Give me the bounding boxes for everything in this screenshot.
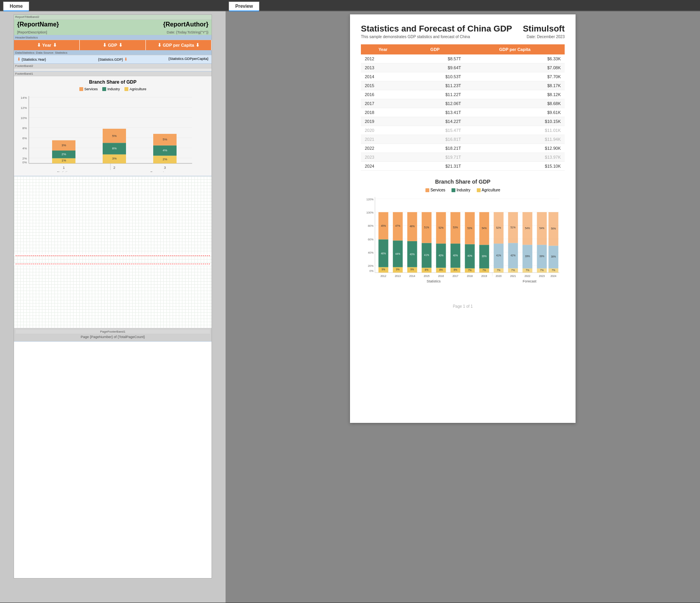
cell-gdp: $18.21T [405, 144, 465, 153]
svg-text:60%: 60% [368, 238, 374, 241]
page-number: Page 1 of 1 [361, 304, 565, 309]
svg-text:3: 3 [164, 166, 166, 170]
preview-page-header: Statistics and Forecast of China GDP Sti… [361, 24, 565, 34]
between-dashes [14, 256, 212, 264]
svg-text:1: 1 [63, 166, 65, 170]
svg-text:56%: 56% [551, 227, 556, 230]
svg-text:2020: 2020 [496, 275, 502, 277]
cell-gdp: $13.41T [405, 108, 465, 117]
cell-year: 2024 [361, 162, 405, 171]
preview-brand: Stimulsoft [523, 24, 565, 34]
svg-text:39%: 39% [525, 255, 530, 258]
svg-text:7%: 7% [511, 269, 515, 272]
svg-text:2016: 2016 [438, 275, 444, 277]
svg-text:5%: 5% [112, 134, 117, 138]
cell-year: 2014 [361, 72, 405, 81]
svg-text:39%: 39% [482, 255, 487, 258]
right-panel: Preview Statistics and Forecast of China… [226, 0, 700, 603]
small-chart-svg: 14% 12% 10% 8% 6% 4% 2% 0% [17, 94, 196, 172]
svg-text:2018: 2018 [467, 275, 473, 277]
svg-text:42%: 42% [511, 254, 516, 257]
cell-year: 2020 [361, 126, 405, 135]
svg-text:2024: 2024 [551, 275, 556, 277]
svg-text:53%: 53% [453, 226, 458, 229]
cell-gpc: $10.15K [465, 117, 565, 126]
svg-text:9%: 9% [410, 268, 414, 271]
empty-grid-area [14, 176, 212, 254]
svg-text:40%: 40% [467, 254, 472, 257]
small-chart-title: Branch Share of GDP [17, 79, 208, 85]
table-row: 2019 $14.22T $10.15K [361, 117, 565, 126]
svg-text:Statistics: Statistics [427, 279, 441, 283]
svg-text:7%: 7% [540, 269, 544, 272]
data-year-field: {Statistics.Year} [22, 58, 46, 61]
industry-label: Industry [107, 87, 120, 91]
svg-text:38%: 38% [551, 255, 556, 258]
date-placeholder: Date: {Today.ToString("Y")} [167, 30, 208, 34]
preview-area: Statistics and Forecast of China GDP Sti… [226, 11, 700, 603]
large-legend-services: Services [425, 188, 445, 192]
cell-year: 2021 [361, 135, 405, 144]
data-gdp-cell: {Statistics.GDP} ⬇ [81, 57, 145, 62]
agriculture-label: Agriculture [130, 87, 146, 91]
svg-text:2022: 2022 [525, 275, 530, 277]
data-band: DataStatistics: Data Source: Statistics … [14, 51, 212, 64]
report-title-band: ReportTitleBand2 {ReportName} {ReportAut… [14, 15, 212, 35]
cell-gdp: $12.06T [405, 99, 465, 108]
col-year-label: Year [42, 43, 51, 47]
svg-text:80%: 80% [368, 224, 374, 228]
footer-band2: FooterBand2 [14, 64, 212, 72]
data-row: ⬇ {Statistics.Year} {Statistics.GDP} ⬇ {… [14, 55, 212, 63]
cell-gpc: $8.12K [465, 90, 565, 99]
preview-page: Statistics and Forecast of China GDP Sti… [350, 14, 576, 423]
cell-gpc: $7.08K [465, 63, 565, 72]
designer-area: ReportTitleBand2 {ReportName} {ReportAut… [0, 11, 226, 603]
large-chart-title: Branch Share of GDP [361, 179, 565, 185]
large-services-dot [425, 188, 429, 192]
svg-text:41%: 41% [496, 254, 501, 257]
col-gdp-label: GDP [108, 43, 117, 47]
svg-text:40%: 40% [439, 254, 444, 257]
large-services-label: Services [430, 188, 445, 192]
svg-text:1%: 1% [61, 159, 66, 162]
page-number-template: Page {PageNumber} of {TotalPageCount} [16, 334, 210, 340]
svg-text:2%: 2% [163, 158, 167, 161]
home-tab[interactable]: Home [3, 2, 29, 11]
svg-text:5%: 5% [163, 138, 167, 141]
col-gpc-header: ⬇ GDP per Capita ⬇ [146, 40, 212, 50]
svg-text:46%: 46% [381, 252, 386, 255]
data-gpc-cell: {Statistics.GDPperCapita} [145, 57, 208, 62]
report-author-placeholder: {ReportAuthor} [163, 21, 208, 28]
table-row: 2012 $8.57T $6.33K [361, 54, 565, 63]
dashed-line-2 [16, 264, 210, 264]
cell-gpc: $8.17K [465, 81, 565, 90]
svg-text:2023: 2023 [539, 275, 545, 277]
svg-text:8%: 8% [425, 268, 429, 271]
svg-text:Forecast: Forecast [523, 279, 537, 283]
legend-industry: Industry [102, 87, 120, 91]
large-legend-agriculture: Agriculture [477, 188, 500, 192]
cell-gdp: $10.53T [405, 72, 465, 81]
cell-year: 2022 [361, 144, 405, 153]
report-desc-placeholder: [ReportDescription] [17, 30, 47, 34]
cell-gdp: $19.71T [405, 153, 465, 162]
gdp-table: Year GDP GDP per Capita 2012 $8.57T $6.3… [361, 44, 565, 171]
legend-agriculture: Agriculture [124, 87, 146, 91]
cell-gdp: $15.47T [405, 126, 465, 135]
stats-header-row: ⬇ Year ⬇ ⬇ GDP ⬇ ⬇ GDP per Capita ⬇ [14, 40, 212, 50]
svg-text:12%: 12% [21, 106, 27, 110]
band-label-footer1: FooterBand1 [14, 72, 212, 76]
svg-text:2: 2 [113, 166, 115, 170]
cell-gpc: $6.33K [465, 54, 565, 63]
band-label-data: DataStatistics: Data Source: Statistics [14, 51, 212, 55]
preview-date: Date: December 2023 [527, 35, 565, 40]
large-chart-legend: Services Industry Agriculture [361, 188, 565, 192]
preview-tab[interactable]: Preview [229, 2, 259, 11]
small-chart-legend: Services Industry Agriculture [17, 87, 208, 91]
large-industry-dot [452, 188, 455, 192]
table-body: 2012 $8.57T $6.33K 2013 $9.64T $7.08K 20… [361, 54, 565, 171]
sort-icon-year2: ⬇ [53, 42, 57, 48]
svg-text:7%: 7% [483, 269, 486, 272]
table-header-row: Year GDP GDP per Capita [361, 44, 565, 54]
svg-text:51%: 51% [424, 226, 429, 229]
